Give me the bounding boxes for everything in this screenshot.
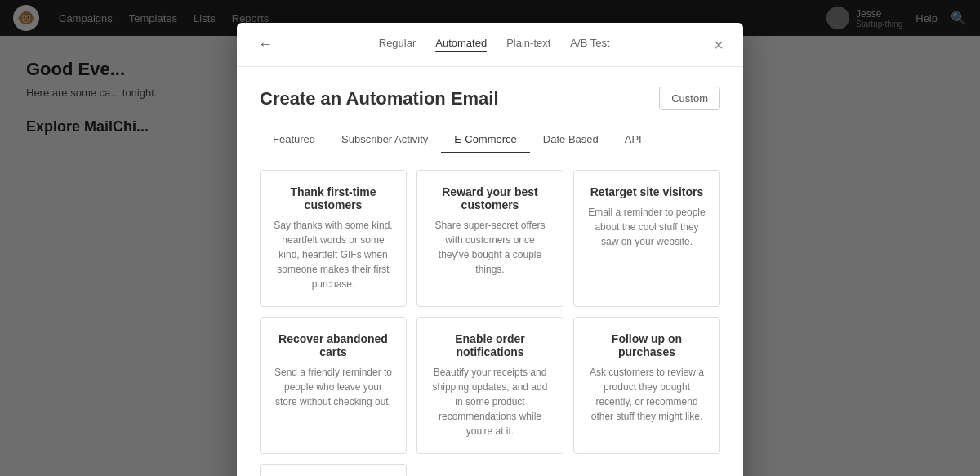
card-thank-first-time[interactable]: Thank first-time customers Say thanks wi… [260,170,407,307]
sub-tab-date-based[interactable]: Date Based [530,127,612,153]
tab-abtest[interactable]: A/B Test [570,37,609,52]
sub-tab-subscriber-activity[interactable]: Subscriber Activity [328,127,441,153]
sub-tab-api[interactable]: API [612,127,655,153]
automation-modal: ← Regular Automated Plain-text A/B Test … [237,23,743,476]
sub-tabs: Featured Subscriber Activity E-Commerce … [260,127,720,153]
card-desc: Share super-secret offers with customers… [430,218,550,277]
card-desc: Beautify your receipts and shipping upda… [430,365,550,438]
card-recover-abandoned-carts[interactable]: Recover abandoned carts Send a friendly … [260,317,407,454]
card-title: Recover abandoned carts [274,332,393,358]
modal-back-button[interactable]: ← [253,34,278,55]
card-follow-up-purchases[interactable]: Follow up on purchases Ask customers to … [573,317,720,454]
modal-body: Create an Automation Email Custom Featur… [237,67,743,476]
card-desc: Ask customers to review a product they b… [587,365,706,424]
sub-tab-featured[interactable]: Featured [260,127,328,153]
card-title: Retarget site visitors [587,185,706,198]
custom-button[interactable]: Custom [659,87,720,110]
card-desc: Send a friendly reminder to people who l… [274,365,393,409]
card-desc: Say thanks with some kind, heartfelt wor… [274,218,393,291]
modal-title-row: Create an Automation Email Custom [260,87,720,110]
card-retarget-site-visitors[interactable]: Retarget site visitors Email a reminder … [573,170,720,307]
card-title: Thank first-time customers [274,185,393,211]
cards-grid: Thank first-time customers Say thanks wi… [260,170,720,476]
tab-regular[interactable]: Regular [379,37,416,52]
modal-header: ← Regular Automated Plain-text A/B Test … [237,23,743,67]
card-title: Enable order notifications [430,332,550,358]
card-title: Follow up on purchases [587,332,706,358]
modal-title: Create an Automation Email [260,88,499,109]
card-reward-best-customers[interactable]: Reward your best customers Share super-s… [416,170,564,307]
card-enable-order-notifications[interactable]: Enable order notifications Beautify your… [416,317,564,454]
tab-plaintext[interactable]: Plain-text [506,37,550,52]
sub-tab-ecommerce[interactable]: E-Commerce [441,127,530,153]
card-title: Reward your best customers [430,185,550,211]
modal-tabs: Regular Automated Plain-text A/B Test [278,37,710,52]
card-desc: Email a reminder to people about the coo… [587,205,706,249]
tab-automated[interactable]: Automated [435,37,487,52]
modal-close-button[interactable]: × [710,35,727,55]
card-win-back-lapsed[interactable]: Win back lapsed customers Reach out to c… [260,464,407,476]
